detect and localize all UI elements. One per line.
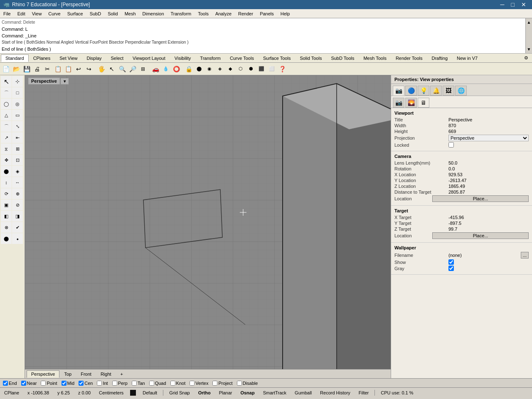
menu-item-solid[interactable]: Solid (104, 10, 121, 17)
prop-tgt-place-button[interactable]: Place... (432, 232, 529, 239)
sb-color-swatch[interactable] (130, 390, 136, 396)
tb-paste[interactable]: 📋 (63, 64, 73, 74)
osnap-disable[interactable]: Disable (236, 381, 259, 386)
prop-subtab-monitor[interactable]: 🖥 (418, 98, 429, 108)
vp-tab-top[interactable]: Top (59, 370, 76, 378)
lt-b17[interactable]: ↕ (1, 177, 12, 188)
osnap-tan[interactable]: Tan (131, 381, 146, 386)
prop-gray-checkbox[interactable] (448, 266, 454, 271)
viewport-canvas[interactable]: x z y (25, 75, 391, 369)
lt-b7[interactable]: ⌒ (1, 121, 12, 132)
lt-b24[interactable]: ◨ (12, 211, 23, 222)
tb-cut[interactable]: ✂ (42, 64, 52, 74)
lt-b23[interactable]: ◧ (1, 211, 12, 222)
lt-b15[interactable]: ⬤ (1, 166, 12, 177)
lt-b9[interactable]: ↗ (1, 132, 12, 143)
osnap-project-cb[interactable] (212, 381, 217, 386)
lt-b1[interactable]: ⌒ (1, 87, 12, 98)
prop-subtab-cam2[interactable]: 📷 (393, 98, 404, 108)
lt-b14[interactable]: ⊡ (12, 155, 23, 165)
toolbar-tab-surface-tools[interactable]: Surface Tools (259, 54, 295, 62)
osnap-quad-cb[interactable] (149, 381, 154, 386)
osnap-int-cb[interactable] (97, 381, 102, 386)
tb-zoom-ext[interactable]: 🔍 (117, 64, 127, 74)
toolbar-tab-subd-tools[interactable]: SubD Tools (326, 54, 359, 62)
tb-redo[interactable]: ↪ (84, 64, 94, 74)
lt-b5[interactable]: △ (1, 110, 12, 121)
osnap-vertex[interactable]: Vertex (188, 381, 209, 386)
tb-b7[interactable]: ⬜ (267, 64, 277, 74)
sb-record[interactable]: Record History (318, 390, 353, 395)
tb-open[interactable]: 📂 (11, 64, 21, 74)
cmd-scrollbar[interactable]: ▲ ▼ (525, 18, 532, 54)
lt-b19[interactable]: ⟳ (1, 188, 12, 199)
menu-item-tools[interactable]: Tools (195, 10, 212, 17)
lt-b18[interactable]: ↔ (12, 177, 23, 188)
vp-add-tab[interactable]: + (116, 370, 128, 378)
tb-copy[interactable]: 📋 (53, 64, 63, 74)
lt-b8[interactable]: ⤡ (12, 121, 23, 132)
toolbar-tab-select[interactable]: Select (106, 54, 128, 62)
sb-gumball[interactable]: Gumball (292, 390, 314, 395)
vp-tab-front[interactable]: Front (76, 370, 96, 378)
tb-print[interactable]: 🖨 (32, 64, 42, 74)
osnap-mid-cb[interactable] (62, 381, 66, 386)
tb-b3[interactable]: ◆ (225, 64, 235, 74)
menu-item-dimension[interactable]: Dimension (139, 10, 167, 17)
menu-item-curve[interactable]: Curve (45, 10, 64, 17)
lt-b6[interactable]: ▭ (12, 110, 23, 121)
tb-render[interactable]: 🚗 (150, 64, 160, 74)
lt-b21[interactable]: ▣ (1, 200, 12, 210)
toolbar-tab-viewport-layout[interactable]: Viewport Layout (128, 54, 170, 62)
toolbar-tab-cplanes[interactable]: CPlanes (29, 54, 55, 62)
tb-b6[interactable]: ⬛ (256, 64, 266, 74)
toolbar-tab-set-view[interactable]: Set View (55, 54, 82, 62)
osnap-cen-cb[interactable] (79, 381, 84, 386)
tb-save[interactable]: 💾 (22, 64, 32, 74)
menu-item-file[interactable]: File (0, 10, 14, 17)
menu-item-panels[interactable]: Panels (256, 10, 277, 17)
menu-item-edit[interactable]: Edit (14, 10, 29, 17)
lt-select2[interactable]: ⊹ (12, 76, 23, 87)
lt-b25[interactable]: ⊗ (1, 222, 12, 233)
toolbar-tab-standard[interactable]: Standard (1, 54, 29, 62)
lt-b28[interactable]: ⬥ (12, 233, 23, 244)
tb-select[interactable]: ↖ (107, 64, 117, 74)
tb-snap[interactable]: ⬤ (194, 64, 204, 74)
menu-item-render[interactable]: Render (235, 10, 256, 17)
sb-smarttrack[interactable]: SmartTrack (261, 390, 289, 395)
prop-tab-bell[interactable]: 🔔 (430, 86, 442, 96)
prop-tab-light[interactable]: 💡 (418, 86, 429, 96)
titlebar-controls[interactable]: ─ □ ✕ (498, 1, 529, 8)
lt-b11[interactable]: ⧖ (1, 143, 12, 154)
lt-b27[interactable]: ⬤ (1, 233, 12, 244)
prop-tab-image[interactable]: 🖼 (443, 86, 454, 96)
lt-b3[interactable]: ◯ (1, 99, 12, 109)
lt-b26[interactable]: ✔ (12, 222, 23, 233)
sb-planar[interactable]: Planar (217, 390, 235, 395)
osnap-perp-cb[interactable] (112, 381, 117, 386)
lt-b13[interactable]: ✥ (1, 155, 12, 165)
sb-osnap[interactable]: Osnap (238, 390, 257, 395)
osnap-knot[interactable]: Knot (169, 381, 187, 386)
toolbar-tab-display[interactable]: Display (82, 54, 106, 62)
prop-tab-globe[interactable]: 🌐 (455, 86, 467, 96)
osnap-near-cb[interactable] (21, 381, 26, 386)
osnap-mid[interactable]: Mid (60, 381, 76, 386)
tb-b5[interactable]: ⬢ (246, 64, 256, 74)
osnap-point[interactable]: Point (39, 381, 58, 386)
lt-b10[interactable]: ⇤ (12, 132, 23, 143)
lt-b16[interactable]: ◈ (12, 166, 23, 177)
minimize-button[interactable]: ─ (498, 1, 507, 8)
prop-cam-place-button[interactable]: Place... (432, 195, 529, 202)
osnap-vertex-cb[interactable] (190, 381, 195, 386)
tb-pan[interactable]: 🖐 (96, 64, 106, 74)
osnap-cen[interactable]: Cen (77, 381, 94, 386)
sb-snap[interactable]: Grid Snap (167, 390, 192, 395)
tb-b2[interactable]: ◈ (215, 64, 225, 74)
scroll-down-arrow[interactable]: ▼ (527, 46, 531, 53)
toolbar-tab-transform[interactable]: Transform (195, 54, 225, 62)
osnap-end[interactable]: End (2, 381, 18, 386)
toolbar-settings-icon[interactable]: ⚙ (521, 54, 531, 62)
toolbar-tab-mesh-tools[interactable]: Mesh Tools (359, 54, 391, 62)
